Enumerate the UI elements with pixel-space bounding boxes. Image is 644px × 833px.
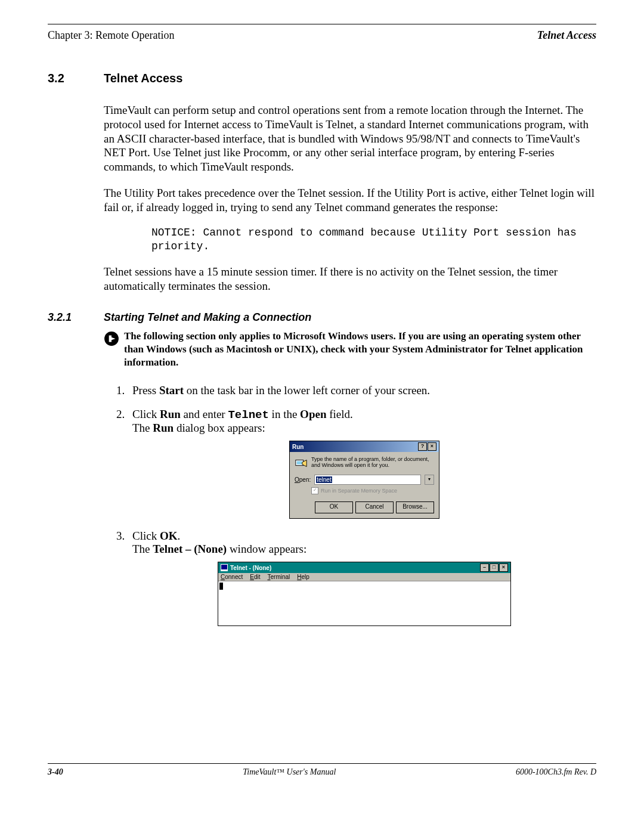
separate-memory-checkbox[interactable]: ✓ (311, 487, 318, 494)
telnet-window-title: Telnet - (None) (230, 565, 271, 571)
close-button[interactable]: × (428, 442, 436, 451)
notice-block: NOTICE: Cannot respond to command becaus… (151, 226, 596, 253)
ok-button[interactable]: OK (315, 501, 353, 513)
body: TimeVault can perform setup and control … (104, 103, 596, 293)
run-dialog-title: Run (292, 444, 304, 450)
menu-edit[interactable]: Edit (250, 574, 260, 580)
svg-rect-4 (221, 565, 227, 569)
steps-list: Press Start on the task bar in the lower… (104, 384, 596, 626)
maximize-button[interactable]: □ (490, 563, 499, 572)
footer-center: TimeVault™ User's Manual (243, 767, 336, 777)
header-left: Chapter 3: Remote Operation (48, 29, 174, 42)
subsection-title: Starting Telnet and Making a Connection (104, 311, 311, 324)
section-heading: 3.2 Telnet Access (48, 72, 596, 85)
menu-connect[interactable]: Connect (221, 574, 243, 580)
page-header: Chapter 3: Remote Operation Telnet Acces… (48, 29, 596, 42)
dropdown-button[interactable]: ▾ (425, 475, 434, 485)
browse-button[interactable]: Browse... (396, 501, 434, 513)
minimize-button[interactable]: – (480, 563, 489, 572)
note-text: The following section only applies to Mi… (124, 330, 596, 369)
section-title: Telnet Access (104, 72, 182, 85)
page: Chapter 3: Remote Operation Telnet Acces… (0, 0, 644, 795)
step-1: Press Start on the task bar in the lower… (128, 384, 596, 397)
section-number: 3.2 (48, 72, 104, 85)
header-right: Telnet Access (537, 29, 596, 42)
run-dialog-titlebar: Run ? × (290, 441, 439, 452)
subsection-number: 3.2.1 (48, 311, 104, 324)
footer-right: 6000-100Ch3.fm Rev. D (516, 767, 596, 777)
footer-page-number: 3-40 (48, 767, 63, 777)
step-3: Click OK. The Telnet – (None) window app… (128, 529, 596, 626)
telnet-app-icon (221, 564, 228, 571)
text-cursor-icon (219, 583, 223, 590)
telnet-titlebar: Telnet - (None) – □ × (218, 562, 510, 573)
menu-terminal[interactable]: Terminal (268, 574, 290, 580)
paragraph-2: The Utility Port takes precedence over t… (104, 186, 596, 215)
run-dialog-desc: Type the name of a program, folder, or d… (311, 457, 434, 470)
help-button[interactable]: ? (418, 442, 427, 451)
cancel-button[interactable]: Cancel (355, 501, 394, 513)
step-2: Click Run and enter Telnet in the Open f… (128, 408, 596, 519)
bottom-rule (48, 763, 596, 764)
note-row: The following section only applies to Mi… (104, 330, 596, 369)
svg-rect-2 (297, 461, 302, 465)
telnet-terminal-area[interactable] (218, 581, 510, 625)
open-input[interactable]: telnet (314, 475, 421, 485)
arrow-right-icon (104, 330, 124, 369)
separate-memory-label: Run in Separate Memory Space (321, 488, 397, 494)
run-dialog: Run ? × Type the name of a program, fold… (289, 441, 439, 519)
run-icon (295, 457, 308, 470)
paragraph-1: TimeVault can perform setup and control … (104, 103, 596, 174)
telnet-window: Telnet - (None) – □ × Connect Edit Termi… (218, 562, 511, 626)
telnet-close-button[interactable]: × (499, 563, 508, 572)
subsection-heading: 3.2.1 Starting Telnet and Making a Conne… (48, 311, 596, 324)
paragraph-3: Telnet sessions have a 15 minute session… (104, 265, 596, 293)
top-rule (48, 24, 596, 24)
page-footer: 3-40 TimeVault™ User's Manual 6000-100Ch… (48, 767, 596, 777)
telnet-menu-bar: Connect Edit Terminal Help (218, 573, 510, 581)
open-label: Open: (295, 476, 311, 483)
menu-help[interactable]: Help (297, 574, 309, 580)
